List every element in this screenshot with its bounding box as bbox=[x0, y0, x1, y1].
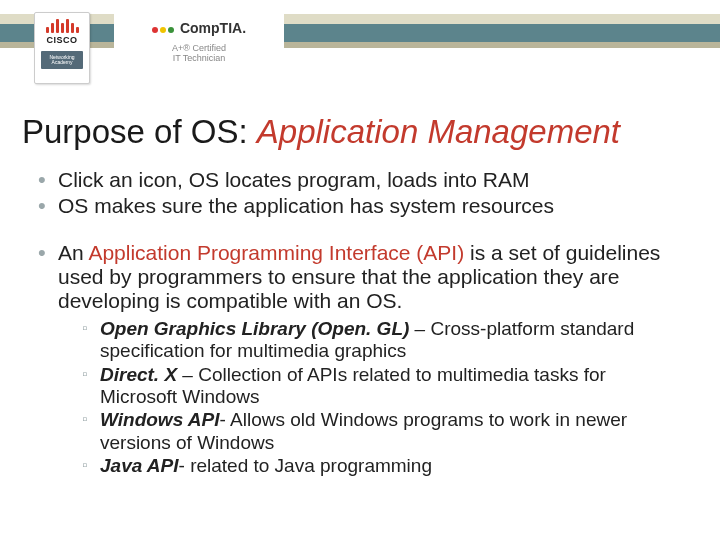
sub-bullet-item: Direct. X – Collection of APIs related t… bbox=[82, 364, 688, 409]
comptia-logo-text: CompTIA. bbox=[180, 20, 246, 36]
title-emphasis: Application Management bbox=[257, 113, 620, 150]
sub-bullet-name: Java API bbox=[100, 455, 179, 476]
bullet-text: OS makes sure the application has system… bbox=[58, 194, 554, 217]
sub-bullet-desc: related to Java programming bbox=[190, 455, 432, 476]
band-stripe bbox=[0, 42, 720, 48]
cisco-logo: CISCO Networking Academy bbox=[34, 12, 90, 84]
slide-body: Click an icon, OS locates program, loads… bbox=[38, 168, 688, 480]
bullet-text-pre: An bbox=[58, 241, 88, 264]
sub-bullet-sep: - bbox=[179, 455, 191, 476]
sub-bullet-list: Open Graphics Library (Open. GL) – Cross… bbox=[58, 318, 688, 478]
sub-bullet-name: Direct. X bbox=[100, 364, 177, 385]
sub-bullet-sep: - bbox=[219, 409, 230, 430]
comptia-dots-icon bbox=[152, 27, 174, 33]
sub-bullet-name: Windows API bbox=[100, 409, 219, 430]
sub-bullet-item: Java API- related to Java programming bbox=[82, 455, 688, 477]
sub-bullet-item: Open Graphics Library (Open. GL) – Cross… bbox=[82, 318, 688, 363]
bullet-list: Click an icon, OS locates program, loads… bbox=[38, 168, 688, 219]
bullet-list: An Application Programming Interface (AP… bbox=[38, 241, 688, 478]
sub-bullet-sep: – bbox=[409, 318, 430, 339]
comptia-sub-line1: A+® Certified bbox=[172, 43, 226, 53]
slide-title: Purpose of OS: Application Management bbox=[22, 114, 698, 150]
slide: CISCO Networking Academy CompTIA. A+® Ce… bbox=[0, 0, 720, 540]
sub-bullet-item: Windows API- Allows old Windows programs… bbox=[82, 409, 688, 454]
bullet-item: OS makes sure the application has system… bbox=[38, 194, 688, 218]
comptia-sub-line2: IT Technician bbox=[173, 53, 226, 63]
spacer bbox=[38, 221, 688, 241]
bullet-text: Click an icon, OS locates program, loads… bbox=[58, 168, 530, 191]
bullet-text-emph: Application Programming Interface (API) bbox=[88, 241, 464, 264]
bullet-item: Click an icon, OS locates program, loads… bbox=[38, 168, 688, 192]
comptia-logo-top: CompTIA. bbox=[152, 20, 246, 36]
top-decorative-band bbox=[0, 0, 720, 58]
sub-bullet-name: Open Graphics Library (Open. GL) bbox=[100, 318, 409, 339]
band-stripe bbox=[0, 24, 720, 42]
band-stripe bbox=[0, 14, 720, 24]
cisco-logo-subtext: Networking Academy bbox=[41, 51, 83, 69]
cisco-logo-text: CISCO bbox=[46, 35, 77, 45]
bullet-item: An Application Programming Interface (AP… bbox=[38, 241, 688, 478]
title-prefix: Purpose of OS: bbox=[22, 113, 257, 150]
comptia-logo: CompTIA. A+® Certified IT Technician bbox=[114, 14, 284, 84]
cisco-bars-icon bbox=[46, 19, 79, 33]
comptia-logo-subtext: A+® Certified IT Technician bbox=[172, 44, 226, 64]
sub-bullet-sep: – bbox=[177, 364, 198, 385]
